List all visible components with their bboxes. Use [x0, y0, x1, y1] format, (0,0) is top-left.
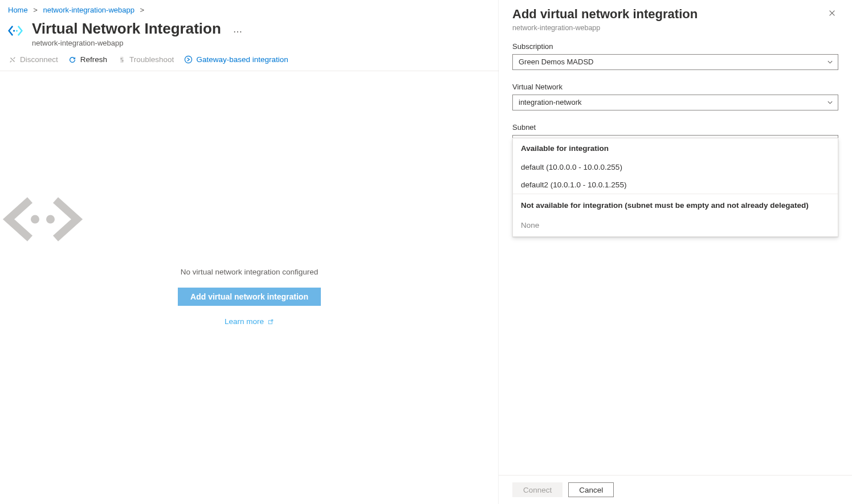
refresh-button[interactable]: Refresh	[68, 55, 107, 64]
gateway-integration-button[interactable]: Gateway-based integration	[184, 55, 288, 64]
svg-rect-3	[122, 56, 123, 63]
subnet-label: Subnet	[512, 123, 838, 132]
connect-button: Connect	[512, 482, 562, 497]
svg-point-8	[46, 215, 55, 224]
dropdown-available-header: Available for integration	[513, 138, 838, 158]
chevron-down-icon	[827, 59, 833, 65]
page-subtitle: network-integration-webapp	[32, 39, 242, 47]
svg-rect-4	[120, 58, 122, 59]
troubleshoot-icon	[117, 55, 126, 64]
empty-state: No virtual network integration configure…	[0, 194, 499, 326]
breadcrumb-app[interactable]: network-integration-webapp	[43, 6, 134, 14]
disconnect-icon	[8, 55, 17, 64]
subscription-value: Green Demos MADSD	[519, 58, 593, 66]
panel-footer: Connect Cancel	[499, 475, 852, 504]
add-vnet-integration-button[interactable]: Add virtual network integration	[178, 288, 321, 306]
svg-point-1	[16, 30, 18, 31]
empty-state-icon	[0, 194, 499, 245]
breadcrumb-separator: >	[33, 6, 38, 14]
refresh-label: Refresh	[80, 55, 107, 64]
svg-point-7	[31, 215, 39, 224]
subscription-label: Subscription	[512, 42, 838, 51]
breadcrumb-separator: >	[140, 6, 145, 14]
svg-rect-5	[122, 60, 124, 61]
svg-point-6	[185, 56, 192, 63]
empty-state-text: No virtual network integration configure…	[0, 268, 499, 276]
vnet-label: Virtual Network	[512, 83, 838, 91]
learn-more-link[interactable]: Learn more	[225, 317, 274, 326]
disconnect-button: Disconnect	[8, 55, 58, 64]
panel-title: Add virtual network integration	[512, 7, 698, 22]
vnet-value: integration-network	[519, 98, 582, 106]
more-icon[interactable]: ⋯	[233, 26, 242, 37]
cancel-button[interactable]: Cancel	[568, 482, 614, 497]
dropdown-unavailable-header: Not available for integration (subnet mu…	[513, 194, 838, 216]
svg-rect-2	[121, 56, 121, 63]
disconnect-label: Disconnect	[20, 55, 58, 64]
panel-subtitle: network-integration-webapp	[512, 24, 698, 32]
chevron-down-icon	[827, 100, 833, 106]
subnet-option-default[interactable]: default (10.0.0.0 - 10.0.0.255)	[513, 158, 838, 176]
subscription-select[interactable]: Green Demos MADSD	[512, 54, 838, 70]
troubleshoot-button: Troubleshoot	[117, 55, 174, 64]
arrow-right-circle-icon	[184, 55, 193, 64]
add-vnet-panel: Add virtual network integration network-…	[499, 0, 852, 504]
page-title: Virtual Network Integration	[32, 20, 221, 38]
breadcrumb-home[interactable]: Home	[8, 6, 28, 14]
vnet-select[interactable]: integration-network	[512, 95, 838, 110]
refresh-icon	[68, 55, 77, 64]
svg-point-0	[13, 30, 15, 31]
troubleshoot-label: Troubleshoot	[129, 55, 174, 64]
external-link-icon	[267, 318, 274, 325]
subnet-dropdown: Available for integration default (10.0.…	[512, 138, 838, 237]
gateway-integration-label: Gateway-based integration	[196, 55, 288, 64]
learn-more-label: Learn more	[225, 317, 264, 326]
subnet-option-default2[interactable]: default2 (10.0.1.0 - 10.0.1.255)	[513, 176, 838, 194]
vnet-icon	[8, 23, 23, 38]
dropdown-none: None	[513, 216, 838, 236]
close-icon[interactable]	[826, 7, 838, 19]
